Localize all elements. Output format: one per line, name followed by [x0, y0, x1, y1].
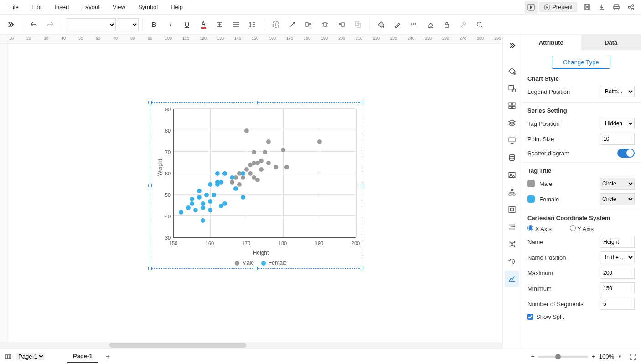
data-point — [233, 186, 238, 191]
lock-icon[interactable] — [439, 17, 455, 32]
tab-attribute[interactable]: Attribute — [521, 35, 581, 50]
tab-data[interactable]: Data — [581, 35, 641, 50]
presentation-icon[interactable] — [505, 132, 519, 149]
chart-style-heading: Chart Style — [527, 75, 635, 82]
frame-icon[interactable] — [505, 201, 519, 218]
menu-symbol[interactable]: Symbol — [132, 1, 164, 13]
database-icon[interactable] — [505, 149, 519, 166]
minimum-input[interactable] — [600, 282, 635, 294]
search-icon[interactable] — [472, 17, 487, 32]
menu-insert[interactable]: Insert — [48, 1, 76, 13]
ruler-tick: 10 — [9, 36, 14, 41]
yaxis-radio[interactable]: Y Axis — [570, 225, 594, 232]
wrap-left-icon[interactable] — [301, 17, 316, 32]
font-color-icon[interactable]: A — [196, 17, 211, 32]
zoom-slider[interactable] — [538, 356, 588, 358]
fullscreen-icon[interactable] — [629, 353, 636, 360]
shape-settings-icon[interactable] — [505, 80, 519, 97]
menu-file[interactable]: File — [3, 1, 25, 13]
svg-text:T: T — [274, 22, 277, 27]
chart-properties-icon[interactable] — [505, 271, 519, 287]
menu-layout[interactable]: Layout — [76, 1, 106, 13]
point-size-input[interactable] — [600, 133, 635, 145]
shuffle-icon[interactable] — [505, 236, 519, 252]
tag-row: MaleCircle — [527, 178, 635, 190]
stroke-color-icon[interactable] — [390, 17, 405, 32]
present-label: Present — [552, 4, 573, 10]
menu-view[interactable]: View — [106, 1, 132, 13]
share-icon[interactable] — [624, 1, 638, 14]
name-position-select[interactable]: In the ... — [600, 251, 635, 263]
show-split-checkbox[interactable] — [527, 314, 533, 320]
image-icon[interactable] — [505, 167, 519, 183]
horizontal-scrollbar[interactable] — [0, 342, 502, 349]
connector-icon[interactable] — [284, 17, 300, 32]
save-icon[interactable] — [580, 1, 594, 14]
properties-panel: Attribute Data Change Type Chart Style L… — [521, 35, 641, 349]
underline-icon[interactable]: U — [179, 17, 195, 32]
svg-rect-12 — [306, 23, 308, 26]
italic-icon[interactable]: I — [163, 17, 178, 32]
line-spacing-icon[interactable] — [245, 17, 260, 32]
play-square-button[interactable] — [525, 1, 538, 14]
menu-edit[interactable]: Edit — [25, 1, 48, 13]
tools-icon[interactable] — [455, 17, 471, 32]
align-vertical-icon[interactable] — [228, 17, 244, 32]
ruler-tick: 250 — [425, 36, 432, 41]
grid-icon[interactable] — [505, 97, 519, 114]
add-page-button[interactable]: + — [103, 353, 114, 361]
paragraph-icon[interactable] — [505, 219, 519, 235]
menu-help[interactable]: Help — [164, 1, 189, 13]
scatter-chart[interactable]: Weight 30405060708090 150160170180190200… — [160, 108, 361, 267]
page-select[interactable]: Page-1 — [16, 353, 45, 360]
hierarchy-icon[interactable] — [505, 184, 519, 200]
ruler-tick: 240 — [408, 36, 414, 41]
bold-icon[interactable]: B — [146, 17, 162, 32]
fill-tool-icon[interactable] — [505, 63, 519, 79]
data-point — [281, 148, 285, 152]
canvas[interactable]: Weight 30405060708090 150160170180190200… — [8, 44, 502, 342]
download-icon[interactable] — [594, 1, 609, 14]
layers-icon[interactable] — [505, 115, 519, 131]
maximum-input[interactable] — [600, 267, 635, 279]
expand-toolbar-icon[interactable] — [3, 17, 18, 32]
group-icon[interactable] — [350, 17, 366, 32]
zoom-out-button[interactable]: − — [531, 353, 535, 360]
xaxis-radio[interactable]: X Axis — [527, 225, 552, 232]
segments-input[interactable] — [600, 298, 635, 310]
x-tick: 150 — [169, 241, 177, 246]
svg-rect-3 — [586, 8, 589, 10]
tag-swatch — [527, 180, 535, 187]
tag-shape-select[interactable]: Circle — [600, 178, 635, 190]
line-style-icon[interactable] — [406, 17, 422, 32]
font-size-select[interactable] — [117, 18, 139, 31]
legend-position-select[interactable]: Botto... — [600, 86, 635, 97]
align-horizontal-icon[interactable] — [212, 17, 227, 32]
undo-icon[interactable] — [26, 17, 41, 32]
redo-icon[interactable] — [42, 17, 58, 32]
collapse-panel-icon[interactable] — [505, 37, 519, 54]
fill-icon[interactable] — [373, 17, 389, 32]
present-button[interactable]: Present — [539, 2, 577, 12]
wrap-center-icon[interactable] — [317, 17, 333, 32]
page-tab[interactable]: Page-1 — [67, 350, 98, 363]
axis-name-input[interactable] — [600, 236, 635, 248]
tag-shape-select[interactable]: Circle — [600, 193, 635, 205]
wrap-right-icon[interactable] — [334, 17, 349, 32]
text-box-icon[interactable]: T — [268, 17, 284, 32]
data-point — [222, 171, 227, 176]
scatter-diagram-toggle[interactable] — [617, 149, 635, 158]
data-point — [248, 171, 253, 176]
eraser-icon[interactable] — [423, 17, 438, 32]
tag-position-select[interactable]: Hidden — [600, 118, 635, 129]
x-tick: 180 — [279, 241, 287, 246]
series-setting-heading: Series Setting — [527, 107, 635, 114]
zoom-in-button[interactable]: + — [592, 353, 595, 360]
history-icon[interactable] — [505, 253, 519, 270]
ruler-tick: 280 — [477, 36, 484, 41]
font-family-select[interactable] — [66, 18, 116, 31]
data-point — [317, 139, 322, 144]
change-type-button[interactable]: Change Type — [552, 56, 610, 69]
print-icon[interactable] — [609, 1, 624, 14]
pages-icon[interactable] — [5, 353, 12, 360]
